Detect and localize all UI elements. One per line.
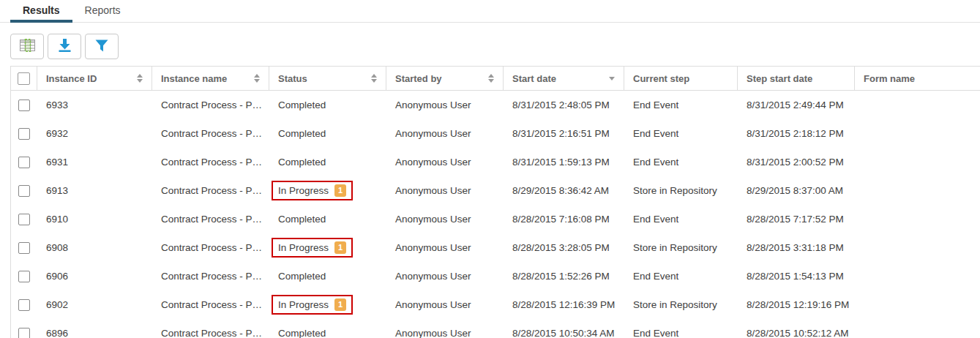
select-all-checkbox[interactable] [18, 72, 30, 85]
cell-instance_name: Contract Process - P… [152, 99, 269, 110]
row-checkbox[interactable] [18, 214, 30, 225]
table-body: 6933Contract Process - P…CompletedAnonym… [11, 91, 980, 338]
column-header-instance_id[interactable]: Instance ID [37, 67, 152, 90]
cell-step_start_date: 8/28/2015 7:17:52 PM [738, 214, 855, 225]
cell-instance_name: Contract Process - P… [152, 328, 269, 338]
status-count-badge: 1 [334, 184, 346, 197]
table-header-row: Instance IDInstance nameStatusStarted by… [11, 66, 980, 91]
cell-current_step: End Event [624, 328, 738, 338]
status-count-badge: 1 [334, 298, 346, 311]
column-header-label: Current step [633, 73, 689, 84]
cell-start_date: 8/28/2015 7:16:08 PM [504, 214, 624, 225]
cell-instance_name: Contract Process - P… [152, 128, 269, 139]
sort-icon[interactable] [371, 74, 377, 83]
column-header-label: Form name [864, 73, 915, 84]
results-table: Instance IDInstance nameStatusStarted by… [10, 66, 980, 338]
row-checkbox-cell [11, 214, 37, 225]
table-row[interactable]: 6913Contract Process - P…In Progress1Ano… [11, 176, 980, 205]
status-text: In Progress [278, 299, 329, 310]
cell-instance_id: 6908 [37, 242, 152, 253]
cell-step_start_date: 8/31/2015 2:00:52 PM [738, 157, 855, 168]
cell-status: In Progress1 [269, 238, 386, 258]
column-header-label: Status [278, 73, 307, 84]
cell-instance_id: 6896 [37, 328, 152, 338]
table-row[interactable]: 6931Contract Process - P…CompletedAnonym… [11, 148, 980, 176]
sort-desc-icon[interactable] [609, 77, 615, 80]
cell-start_date: 8/28/2015 3:28:05 PM [504, 242, 624, 253]
cell-step_start_date: 8/28/2015 12:19:16 PM [738, 299, 855, 310]
status-text: In Progress [278, 242, 329, 253]
cell-instance_name: Contract Process - P… [152, 185, 269, 196]
row-checkbox[interactable] [18, 299, 30, 311]
status-text: In Progress [278, 185, 329, 196]
table-row[interactable]: 6908Contract Process - P…In Progress1Ano… [11, 233, 980, 262]
column-header-instance_name[interactable]: Instance name [152, 67, 269, 90]
tab-results[interactable]: Results [10, 0, 72, 23]
filter-icon [95, 40, 108, 54]
cell-step_start_date: 8/31/2015 2:18:12 PM [738, 128, 855, 139]
row-checkbox[interactable] [18, 185, 30, 197]
column-chooser-button[interactable] [10, 34, 44, 59]
cell-instance_name: Contract Process - P… [152, 299, 269, 310]
column-header-status[interactable]: Status [269, 67, 386, 90]
sort-icon[interactable] [137, 74, 143, 83]
export-button[interactable] [48, 34, 81, 59]
row-checkbox[interactable] [18, 128, 30, 140]
table-row[interactable]: 6932Contract Process - P…CompletedAnonym… [11, 119, 980, 148]
table-row[interactable]: 6910Contract Process - P…CompletedAnonym… [11, 205, 980, 233]
cell-started_by: Anonymous User [386, 185, 504, 196]
column-header-label: Instance ID [46, 73, 97, 84]
row-checkbox[interactable] [18, 99, 30, 111]
cell-current_step: End Event [624, 157, 738, 168]
row-checkbox[interactable] [18, 328, 30, 338]
cell-instance_id: 6931 [37, 157, 152, 168]
tab-reports[interactable]: Reports [72, 0, 133, 23]
row-checkbox-cell [11, 328, 37, 338]
cell-status: Completed [269, 214, 386, 225]
row-checkbox[interactable] [18, 157, 30, 168]
cell-status: Completed [269, 128, 386, 139]
cell-start_date: 8/31/2015 2:16:51 PM [504, 128, 624, 139]
cell-current_step: Store in Repository [624, 242, 738, 253]
sort-icon[interactable] [254, 74, 260, 83]
cell-instance_name: Contract Process - P… [152, 271, 269, 282]
column-header-label: Start date [512, 73, 556, 84]
column-header-started_by[interactable]: Started by [386, 67, 504, 90]
table-row[interactable]: 6896Contract Process - P…CompletedAnonym… [11, 319, 980, 338]
cell-current_step: End Event [624, 128, 738, 139]
status-highlight-box: In Progress1 [272, 181, 353, 200]
tab-bar: Results Reports [0, 0, 980, 23]
tab-results-label: Results [23, 4, 60, 16]
row-checkbox[interactable] [18, 242, 30, 254]
cell-started_by: Anonymous User [386, 99, 504, 110]
column-header-current_step: Current step [624, 67, 738, 90]
cell-instance_id: 6906 [37, 271, 152, 282]
column-header-form_name: Form name [855, 67, 980, 90]
status-count-badge: 1 [334, 241, 346, 254]
cell-current_step: Store in Repository [624, 185, 738, 196]
cell-start_date: 8/28/2015 12:16:39 PM [504, 299, 624, 310]
cell-status: Completed [269, 157, 386, 168]
column-header-label: Step start date [747, 73, 812, 84]
row-checkbox-cell [11, 271, 37, 282]
sort-icon[interactable] [488, 74, 494, 83]
column-header-start_date[interactable]: Start date [504, 67, 624, 90]
cell-instance_name: Contract Process - P… [152, 214, 269, 225]
row-checkbox[interactable] [18, 271, 30, 282]
cell-status: In Progress1 [269, 181, 386, 200]
tab-reports-label: Reports [85, 4, 121, 16]
table-row[interactable]: 6902Contract Process - P…In Progress1Ano… [11, 290, 980, 319]
cell-instance_name: Contract Process - P… [152, 157, 269, 168]
cell-start_date: 8/28/2015 10:50:34 AM [504, 328, 624, 338]
column-header-checkbox [11, 67, 37, 90]
cell-step_start_date: 8/28/2015 1:54:13 PM [738, 271, 855, 282]
cell-step_start_date: 8/28/2015 10:52:12 AM [738, 328, 855, 338]
filter-button[interactable] [85, 34, 119, 59]
cell-current_step: End Event [624, 99, 738, 110]
cell-instance_id: 6932 [37, 128, 152, 139]
cell-started_by: Anonymous User [386, 128, 504, 139]
row-checkbox-cell [11, 128, 37, 140]
table-row[interactable]: 6906Contract Process - P…CompletedAnonym… [11, 262, 980, 290]
table-row[interactable]: 6933Contract Process - P…CompletedAnonym… [11, 91, 980, 119]
cell-current_step: End Event [624, 271, 738, 282]
